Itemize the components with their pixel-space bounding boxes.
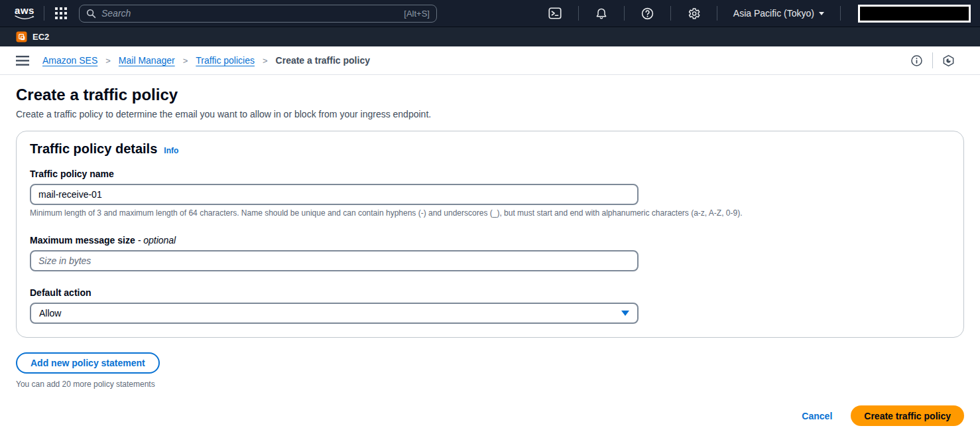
breadcrumb-separator-icon: >	[263, 56, 268, 66]
card-title: Traffic policy details	[30, 141, 157, 157]
page-subtitle: Create a traffic policy to determine the…	[16, 109, 964, 119]
field-traffic-policy-name: Traffic policy name Minimum length of 3 …	[30, 169, 950, 218]
max-message-size-label: Maximum message size - optional	[30, 235, 950, 246]
card-title-row: Traffic policy details Info	[30, 141, 950, 157]
divider	[44, 6, 44, 21]
service-tab-label: EC2	[32, 32, 49, 42]
service-tab-ec2[interactable]: EC2	[16, 31, 49, 42]
aws-logo-smile	[15, 15, 34, 21]
footer-actions: Cancel Create traffic policy	[16, 405, 964, 426]
page-title: Create a traffic policy	[16, 86, 964, 104]
breadcrumb-right-icons	[901, 52, 964, 68]
breadcrumb: Amazon SES > Mail Manager > Traffic poli…	[42, 55, 370, 66]
breadcrumb-current-page: Create a traffic policy	[276, 55, 370, 66]
gear-icon	[687, 7, 701, 21]
create-traffic-policy-button[interactable]: Create traffic policy	[851, 405, 964, 426]
field-max-message-size: Maximum message size - optional	[30, 235, 950, 271]
breadcrumb-separator-icon: >	[183, 56, 188, 66]
breadcrumb-link-amazon-ses[interactable]: Amazon SES	[42, 55, 97, 66]
info-icon	[910, 54, 923, 67]
default-action-label: Default action	[30, 287, 950, 298]
default-action-value: Allow	[39, 308, 61, 319]
main-content: Create a traffic policy Create a traffic…	[0, 75, 980, 426]
cloudshell-icon	[548, 6, 562, 21]
search-input[interactable]	[101, 8, 398, 19]
traffic-policy-name-hint: Minimum length of 3 and maximum length o…	[30, 208, 950, 218]
traffic-policy-name-input[interactable]	[30, 184, 639, 205]
breadcrumb-link-traffic-policies[interactable]: Traffic policies	[196, 55, 255, 66]
divider	[624, 6, 625, 21]
menu-icon	[16, 56, 29, 66]
max-message-size-input[interactable]	[30, 250, 639, 271]
add-policy-statement-button[interactable]: Add new policy statement	[16, 352, 160, 374]
help-icon	[641, 7, 654, 21]
bell-icon	[595, 7, 608, 21]
cloudshell-button[interactable]	[540, 6, 570, 21]
top-navigation-bar: aws [Alt+S]	[0, 0, 980, 27]
global-search[interactable]: [Alt+S]	[79, 5, 437, 23]
ec2-service-icon	[16, 31, 27, 42]
service-tab-bar: EC2	[0, 27, 980, 46]
divider	[840, 6, 841, 21]
notifications-button[interactable]	[587, 7, 616, 21]
statements-remaining-hint: You can add 20 more policy statements	[16, 380, 964, 389]
settings-button[interactable]	[679, 7, 709, 21]
traffic-policy-details-card: Traffic policy details Info Traffic poli…	[16, 131, 964, 338]
field-default-action: Default action Allow	[30, 287, 950, 324]
apps-grid-icon[interactable]	[52, 5, 70, 22]
search-icon	[86, 9, 96, 19]
side-menu-button[interactable]	[16, 56, 29, 66]
info-panel-button[interactable]	[901, 54, 932, 67]
info-link[interactable]: Info	[164, 146, 178, 155]
divider	[578, 6, 579, 21]
breadcrumb-link-mail-manager[interactable]: Mail Manager	[119, 55, 175, 66]
region-selector[interactable]: Asia Pacific (Tokyo)	[725, 8, 832, 19]
help-button[interactable]	[633, 7, 662, 21]
search-shortcut-hint: [Alt+S]	[404, 9, 430, 19]
hexagon-icon	[942, 54, 955, 67]
aws-logo-text: aws	[15, 6, 34, 15]
divider	[717, 6, 717, 21]
dropdown-arrow-icon	[621, 311, 629, 316]
account-menu-redacted[interactable]	[858, 5, 971, 23]
amazon-q-button[interactable]	[933, 54, 964, 67]
optional-suffix: - optional	[135, 235, 176, 246]
breadcrumb-separator-icon: >	[105, 56, 111, 66]
default-action-select[interactable]: Allow	[30, 303, 639, 324]
chevron-down-icon	[819, 12, 824, 15]
cancel-button[interactable]: Cancel	[802, 411, 832, 421]
topnav-right-group: Asia Pacific (Tokyo)	[540, 5, 971, 23]
breadcrumb-bar: Amazon SES > Mail Manager > Traffic poli…	[0, 46, 980, 75]
divider	[670, 6, 671, 21]
aws-logo[interactable]: aws	[13, 6, 36, 21]
traffic-policy-name-label: Traffic policy name	[30, 169, 950, 179]
region-label: Asia Pacific (Tokyo)	[733, 8, 814, 19]
